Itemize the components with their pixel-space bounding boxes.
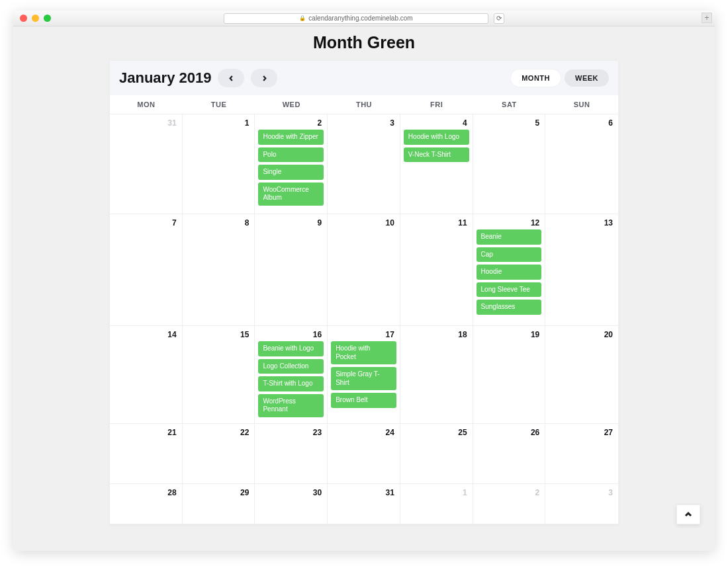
calendar-event[interactable]: Hoodie xyxy=(477,265,542,280)
calendar-cell[interactable]: 26 xyxy=(473,424,546,483)
next-button[interactable] xyxy=(251,69,277,87)
calendar-cell[interactable]: 31 xyxy=(328,484,400,524)
calendar-cell[interactable]: 17Hoodie with PocketSimple Gray T-ShirtB… xyxy=(328,326,400,423)
calendar-header-left: January 2019 xyxy=(119,69,277,87)
url-bar[interactable]: 🔒 calendaranything.codeminelab.com xyxy=(224,13,488,24)
day-number: 15 xyxy=(186,330,251,339)
day-number: 23 xyxy=(258,428,324,437)
calendar-cell[interactable]: 3 xyxy=(328,114,400,214)
chevron-up-icon xyxy=(684,511,692,518)
calendar-cell[interactable]: 4Hoodie with LogoV-Neck T-Shirt xyxy=(400,114,473,214)
calendar-cell[interactable]: 29 xyxy=(183,484,255,524)
calendar-cell[interactable]: 15 xyxy=(183,326,255,423)
day-number: 9 xyxy=(258,218,324,227)
prev-button[interactable] xyxy=(218,69,244,87)
calendar-event[interactable]: Cap xyxy=(477,247,542,263)
day-number: 20 xyxy=(549,330,615,339)
calendar-event[interactable]: WordPress Pennant xyxy=(258,394,324,417)
calendar-cell[interactable]: 22 xyxy=(183,424,255,483)
maximize-window-button[interactable] xyxy=(44,15,51,22)
day-number: 17 xyxy=(331,330,396,339)
calendar-event[interactable]: Polo xyxy=(258,147,324,163)
calendar-cell[interactable]: 19 xyxy=(473,326,546,423)
day-number: 12 xyxy=(477,218,542,227)
day-number: 4 xyxy=(404,118,469,128)
calendar-cell[interactable]: 9 xyxy=(255,214,328,325)
calendar-weeks: 3112Hoodie with ZipperPoloSingleWooComme… xyxy=(110,114,618,524)
calendar-event[interactable]: Hoodie with Logo xyxy=(404,130,469,145)
day-number: 31 xyxy=(113,118,179,128)
reload-button[interactable]: ⟳ xyxy=(494,13,504,24)
day-header: MON xyxy=(110,95,183,114)
new-tab-button[interactable]: + xyxy=(702,13,712,23)
day-number: 27 xyxy=(549,428,615,437)
day-number: 24 xyxy=(331,428,396,437)
calendar-cell[interactable]: 28 xyxy=(110,484,183,524)
day-number: 1 xyxy=(404,488,469,497)
calendar-cell[interactable]: 23 xyxy=(255,424,328,483)
calendar-cell[interactable]: 10 xyxy=(328,214,400,325)
calendar-event[interactable]: Hoodie with Pocket xyxy=(331,341,396,364)
calendar-cell[interactable]: 20 xyxy=(545,326,618,423)
day-number: 29 xyxy=(186,488,251,497)
calendar-week: 28293031123 xyxy=(110,484,618,524)
calendar-cell[interactable]: 14 xyxy=(110,326,183,423)
day-number: 26 xyxy=(477,428,542,437)
day-number: 13 xyxy=(549,218,615,227)
calendar-event[interactable]: Logo Collection xyxy=(258,359,324,374)
calendar-cell[interactable]: 18 xyxy=(400,326,473,423)
calendar-event[interactable]: Brown Belt xyxy=(331,393,396,408)
calendar-cell[interactable]: 3 xyxy=(545,484,618,524)
calendar-event[interactable]: Simple Gray T-Shirt xyxy=(331,367,396,390)
calendar-event[interactable]: Beanie xyxy=(477,229,542,245)
day-header: SAT xyxy=(473,95,546,114)
chevron-right-icon xyxy=(261,75,267,81)
calendar-cell[interactable]: 2 xyxy=(473,484,546,524)
calendar-event[interactable]: Beanie with Logo xyxy=(258,341,324,356)
calendar-cell[interactable]: 7 xyxy=(110,214,183,325)
calendar-cell[interactable]: 24 xyxy=(328,424,400,483)
calendar-event[interactable]: Hoodie with Zipper xyxy=(258,130,324,145)
day-number: 25 xyxy=(404,428,469,437)
day-number: 18 xyxy=(404,330,469,339)
calendar-cell[interactable]: 1 xyxy=(183,114,255,214)
month-view-button[interactable]: MONTH xyxy=(511,69,561,87)
calendar-event[interactable]: WooCommerce Album xyxy=(258,183,324,206)
day-number: 3 xyxy=(331,118,396,128)
calendar-cell[interactable]: 21 xyxy=(110,424,183,483)
day-number: 14 xyxy=(113,330,179,339)
calendar-cell[interactable]: 31 xyxy=(110,114,183,214)
calendar-cell[interactable]: 6 xyxy=(545,114,618,214)
minimize-window-button[interactable] xyxy=(32,15,39,22)
day-number: 2 xyxy=(258,118,324,128)
calendar-cell[interactable]: 13 xyxy=(545,214,618,325)
day-header: WED xyxy=(255,95,328,114)
calendar-event[interactable]: Single xyxy=(258,165,324,180)
calendar-cell[interactable]: 11 xyxy=(400,214,473,325)
calendar-cell[interactable]: 2Hoodie with ZipperPoloSingleWooCommerce… xyxy=(255,114,328,214)
view-toggles: MONTH WEEK xyxy=(511,69,609,87)
day-headers: MONTUEWEDTHUFRISATSUN xyxy=(110,95,618,114)
calendar-cell[interactable]: 12BeanieCapHoodieLong Sleeve TeeSunglass… xyxy=(473,214,546,325)
calendar-event[interactable]: Sunglasses xyxy=(477,300,542,315)
close-window-button[interactable] xyxy=(20,15,27,22)
calendar-cell[interactable]: 16Beanie with LogoLogo CollectionT-Shirt… xyxy=(255,326,328,423)
scroll-to-top-button[interactable] xyxy=(676,505,700,524)
day-number: 3 xyxy=(549,488,615,497)
calendar-week: 141516Beanie with LogoLogo CollectionT-S… xyxy=(110,326,618,424)
day-header: THU xyxy=(328,95,400,114)
calendar-cell[interactable]: 25 xyxy=(400,424,473,483)
calendar-cell[interactable]: 27 xyxy=(545,424,618,483)
calendar-cell[interactable]: 8 xyxy=(183,214,255,325)
calendar-week: 789101112BeanieCapHoodieLong Sleeve TeeS… xyxy=(110,214,618,326)
calendar-event[interactable]: Long Sleeve Tee xyxy=(477,282,542,298)
day-number: 21 xyxy=(113,428,179,437)
day-number: 30 xyxy=(258,488,324,497)
calendar-cell[interactable]: 5 xyxy=(473,114,546,214)
week-view-button[interactable]: WEEK xyxy=(565,69,609,87)
calendar-event[interactable]: V-Neck T-Shirt xyxy=(404,147,469,163)
calendar-cell[interactable]: 1 xyxy=(400,484,473,524)
calendar-cell[interactable]: 30 xyxy=(255,484,328,524)
day-number: 31 xyxy=(331,488,396,497)
calendar-event[interactable]: T-Shirt with Logo xyxy=(258,376,324,391)
